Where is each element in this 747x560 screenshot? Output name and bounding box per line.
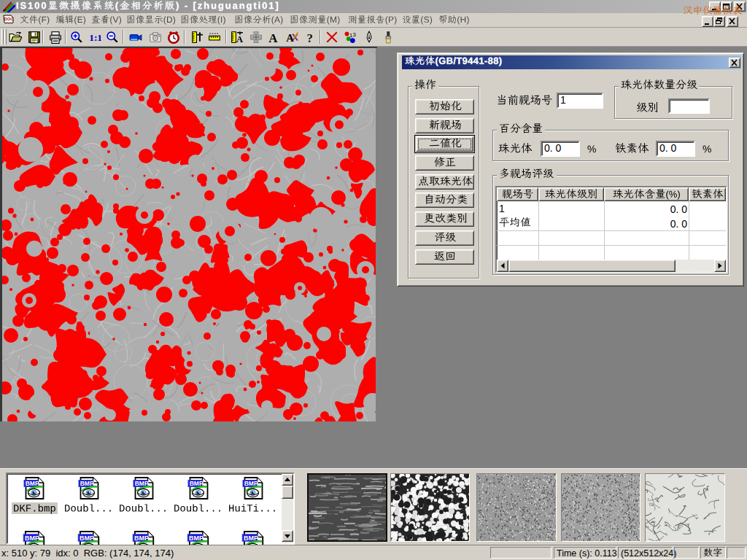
svg-text:3: 3 [352, 31, 356, 38]
svg-text:?: ? [307, 31, 313, 44]
svg-text:A: A [236, 34, 243, 44]
svg-text:DOC: DOC [4, 17, 13, 21]
svg-text:A: A [268, 31, 278, 44]
svg-text:1:1: 1:1 [89, 32, 101, 43]
